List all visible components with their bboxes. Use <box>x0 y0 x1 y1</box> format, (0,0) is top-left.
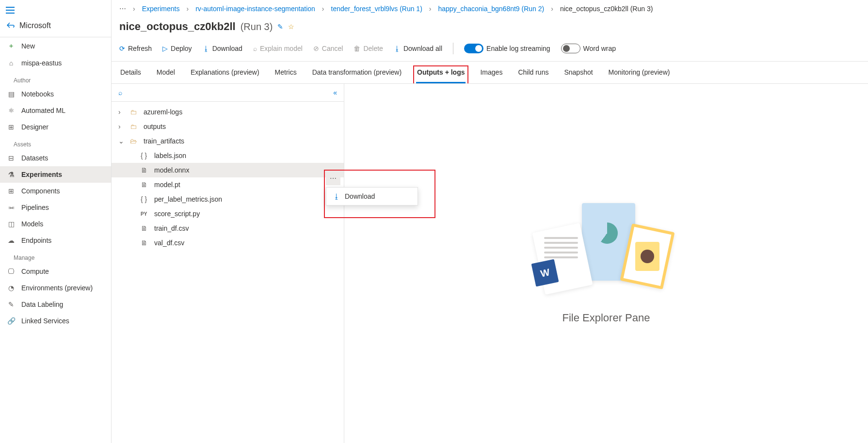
collapse-icon[interactable]: « <box>333 89 337 96</box>
deploy-button[interactable]: ▷Deploy <box>162 45 192 52</box>
preview-title: File Explorer Pane <box>563 312 650 324</box>
search-icon[interactable]: ⌕ <box>118 89 122 96</box>
tree-folder-train-artifacts[interactable]: ⌄ 🗁 train_artifacts <box>112 134 344 148</box>
sidebar-label: Models <box>21 220 43 228</box>
plus-icon: ＋ <box>7 42 16 50</box>
sidebar-label: Experiments <box>21 171 62 178</box>
file-actions-button[interactable]: ⋯ <box>326 172 340 185</box>
tab-child-runs[interactable]: Child runs <box>517 68 549 83</box>
chevron-right-icon: › <box>551 5 553 13</box>
tree-file-score-script[interactable]: PY score_script.py <box>112 206 344 221</box>
tree-header: ⌕ « <box>112 84 344 102</box>
tab-monitoring[interactable]: Monitoring (preview) <box>608 68 671 83</box>
tree-file-train-df[interactable]: 🗎 train_df.csv <box>112 221 344 236</box>
tab-bar: Details Model Explanations (preview) Met… <box>112 62 868 84</box>
tree-file-model-pt[interactable]: 🗎 model.pt <box>112 177 344 192</box>
back-link[interactable]: Microsoft <box>0 16 111 37</box>
sidebar-label: Environments (preview) <box>21 284 93 292</box>
sidebar-label: Automated ML <box>21 107 65 114</box>
play-icon: ▷ <box>162 45 168 52</box>
log-streaming-toggle[interactable] <box>464 44 483 53</box>
sidebar-item-experiments[interactable]: ⚗ Experiments <box>0 166 111 183</box>
breadcrumb-run2[interactable]: happy_chaconia_bgn68nt9 (Run 2) <box>438 5 544 13</box>
page-title-row: nice_octopus_cz0kb2ll (Run 3) ✎ ☆ <box>112 17 868 39</box>
models-icon: ◫ <box>7 220 16 228</box>
file-icon: 🗎 <box>141 181 149 189</box>
sidebar: Microsoft ＋ New ⌂ mispa-eastus Author ▤ … <box>0 0 112 443</box>
sidebar-section-assets: Assets <box>0 135 111 150</box>
tab-model[interactable]: Model <box>156 68 176 83</box>
download-button[interactable]: ⭳Download <box>203 45 242 52</box>
sidebar-item-datasets[interactable]: ⊟ Datasets <box>0 150 111 166</box>
sidebar-label: Components <box>21 187 60 195</box>
tab-outputs-logs[interactable]: Outputs + logs <box>416 68 466 83</box>
chevron-down-icon: ⌄ <box>118 137 125 145</box>
download-icon: ⭳ <box>394 45 401 52</box>
sidebar-item-designer[interactable]: ⊞ Designer <box>0 119 111 135</box>
components-icon: ⊞ <box>7 187 16 195</box>
word-wrap-toggle[interactable] <box>561 44 580 53</box>
toolbar-divider <box>453 43 453 54</box>
delete-button: 🗑Delete <box>354 45 383 52</box>
tab-images[interactable]: Images <box>479 68 503 83</box>
download-all-button[interactable]: ⭳Download all <box>394 45 442 52</box>
tab-data-transformation[interactable]: Data transformation (preview) <box>311 68 402 83</box>
main-content: ⋯ › Experiments › rv-automl-image-instan… <box>112 0 868 443</box>
python-icon: PY <box>141 211 149 217</box>
breadcrumb-experiments[interactable]: Experiments <box>142 5 180 13</box>
flask-icon: ⚗ <box>7 171 16 178</box>
sidebar-item-new[interactable]: ＋ New <box>0 37 111 55</box>
favorite-icon[interactable]: ☆ <box>288 23 294 31</box>
sidebar-label: Endpoints <box>21 237 51 244</box>
sidebar-item-compute[interactable]: 🖵 Compute <box>0 263 111 280</box>
sidebar-item-endpoints[interactable]: ☁ Endpoints <box>0 232 111 249</box>
tab-details[interactable]: Details <box>119 68 142 83</box>
sidebar-item-linked[interactable]: 🔗 Linked Services <box>0 313 111 329</box>
preview-pane: W File Explorer Pane <box>344 84 868 443</box>
breadcrumb-experiment-name[interactable]: rv-automl-image-instance-segmentation <box>195 5 315 13</box>
sidebar-item-automl[interactable]: ⚛ Automated ML <box>0 102 111 119</box>
log-streaming-toggle-group: Enable log streaming <box>464 44 550 53</box>
sidebar-label: New <box>21 42 35 50</box>
cancel-icon: ⊘ <box>313 45 319 52</box>
chevron-right-icon: › <box>118 108 125 116</box>
sidebar-item-environments[interactable]: ◔ Environments (preview) <box>0 280 111 296</box>
breadcrumb: ⋯ › Experiments › rv-automl-image-instan… <box>112 0 868 17</box>
tree-folder-outputs[interactable]: › 🗀 outputs <box>112 119 344 134</box>
sidebar-item-workspace[interactable]: ⌂ mispa-eastus <box>0 55 111 71</box>
environments-icon: ◔ <box>7 284 16 292</box>
tab-snapshot[interactable]: Snapshot <box>563 68 594 83</box>
context-menu: ⭳ Download <box>326 187 418 206</box>
tree-file-model-onnx[interactable]: 🗎 model.onnx <box>112 163 344 177</box>
sidebar-item-components[interactable]: ⊞ Components <box>0 183 111 199</box>
notebook-icon: ▤ <box>7 90 16 98</box>
tree-file-per-label-metrics[interactable]: { } per_label_metrics.json <box>112 192 344 206</box>
explain-model-button: ⌕Explain model <box>253 45 303 52</box>
breadcrumb-run1[interactable]: tender_forest_vrbl9lvs (Run 1) <box>331 5 422 13</box>
breadcrumb-run3: nice_octopus_cz0kb2ll (Run 3) <box>560 5 653 13</box>
refresh-icon: ⟳ <box>119 45 125 52</box>
sidebar-item-datalabeling[interactable]: ✎ Data Labeling <box>0 296 111 313</box>
sidebar-item-pipelines[interactable]: ⫘ Pipelines <box>0 199 111 216</box>
tab-explanations[interactable]: Explanations (preview) <box>190 68 260 83</box>
tab-metrics[interactable]: Metrics <box>274 68 298 83</box>
sidebar-label: Compute <box>21 268 49 275</box>
back-label: Microsoft <box>19 21 51 30</box>
refresh-button[interactable]: ⟳Refresh <box>119 45 152 52</box>
download-icon: ⭳ <box>333 192 340 200</box>
sidebar-label: Designer <box>21 123 48 131</box>
breadcrumb-overflow[interactable]: ⋯ <box>119 5 126 13</box>
sidebar-item-notebooks[interactable]: ▤ Notebooks <box>0 86 111 102</box>
sidebar-section-author: Author <box>0 71 111 86</box>
tree-file-labels-json[interactable]: { } labels.json <box>112 148 344 163</box>
context-menu-download[interactable]: ⭳ Download <box>326 188 418 205</box>
sidebar-item-models[interactable]: ◫ Models <box>0 216 111 232</box>
edit-icon[interactable]: ✎ <box>277 23 283 31</box>
content-area: ⌕ « › 🗀 azureml-logs › 🗀 outputs <box>112 84 868 443</box>
cancel-button: ⊘Cancel <box>313 45 343 52</box>
sidebar-label: Pipelines <box>21 204 49 211</box>
tree-file-val-df[interactable]: 🗎 val_df.csv <box>112 236 344 250</box>
tree-folder-azureml-logs[interactable]: › 🗀 azureml-logs <box>112 105 344 119</box>
hamburger-icon[interactable] <box>0 4 111 16</box>
sidebar-label: Data Labeling <box>21 301 63 308</box>
